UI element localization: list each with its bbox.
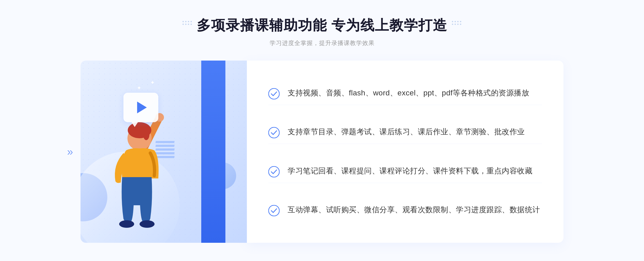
feature-item-2: 支持章节目录、弹题考试、课后练习、课后作业、章节测验、批改作业	[268, 121, 542, 144]
chevron-right-icon: »	[67, 146, 73, 158]
svg-point-10	[269, 205, 279, 216]
blue-accent-bar	[201, 61, 225, 243]
svg-point-5	[119, 220, 134, 228]
svg-point-6	[140, 220, 155, 228]
feature-item-1: 支持视频、音频、flash、word、excel、ppt、pdf等各种格式的资源…	[268, 82, 542, 105]
header-section: 多项录播课辅助功能 专为线上教学打造 学习进度全掌握，提升录播课教学效果	[0, 16, 644, 47]
content-section: » ✦ ✦	[80, 61, 564, 243]
sub-title: 学习进度全掌握，提升录播课教学效果	[0, 39, 644, 47]
feature-text-4: 互动弹幕、试听购买、微信分享、观看次数限制、学习进度跟踪、数据统计	[288, 204, 540, 216]
features-area: 支持视频、音频、flash、word、excel、ppt、pdf等各种格式的资源…	[247, 61, 564, 243]
feature-item-4: 互动弹幕、试听购买、微信分享、观看次数限制、学习进度跟踪、数据统计	[268, 199, 542, 222]
svg-point-8	[269, 127, 279, 138]
sparkle-icon-1: ✦	[137, 85, 141, 91]
arrow-decoration: »	[67, 146, 73, 158]
svg-point-7	[269, 88, 279, 99]
svg-point-4	[143, 128, 149, 140]
feature-text-1: 支持视频、音频、flash、word、excel、ppt、pdf等各种格式的资源…	[288, 87, 529, 99]
check-icon-2	[268, 127, 280, 138]
feature-text-3: 学习笔记回看、课程提问、课程评论打分、课件资料下载，重点内容收藏	[288, 165, 532, 177]
play-icon	[137, 102, 147, 113]
page-wrapper: 多项录播课辅助功能 专为线上教学打造 学习进度全掌握，提升录播课教学效果 » ✦…	[0, 0, 644, 261]
illustration-area: ✦ ✦	[80, 61, 247, 243]
check-icon-1	[268, 88, 280, 99]
svg-point-9	[269, 166, 279, 177]
feature-item-3: 学习笔记回看、课程提问、课程评论打分、课件资料下载，重点内容收藏	[268, 160, 542, 183]
check-icon-3	[268, 166, 280, 177]
check-icon-4	[268, 205, 280, 216]
sparkle-icon-2: ✦	[150, 79, 155, 86]
play-bubble	[123, 93, 158, 122]
decorative-dots-right	[452, 21, 462, 25]
feature-text-2: 支持章节目录、弹题考试、课后练习、课后作业、章节测验、批改作业	[288, 126, 525, 138]
decorative-dots-left	[182, 21, 192, 25]
main-title: 多项录播课辅助功能 专为线上教学打造	[0, 16, 644, 35]
